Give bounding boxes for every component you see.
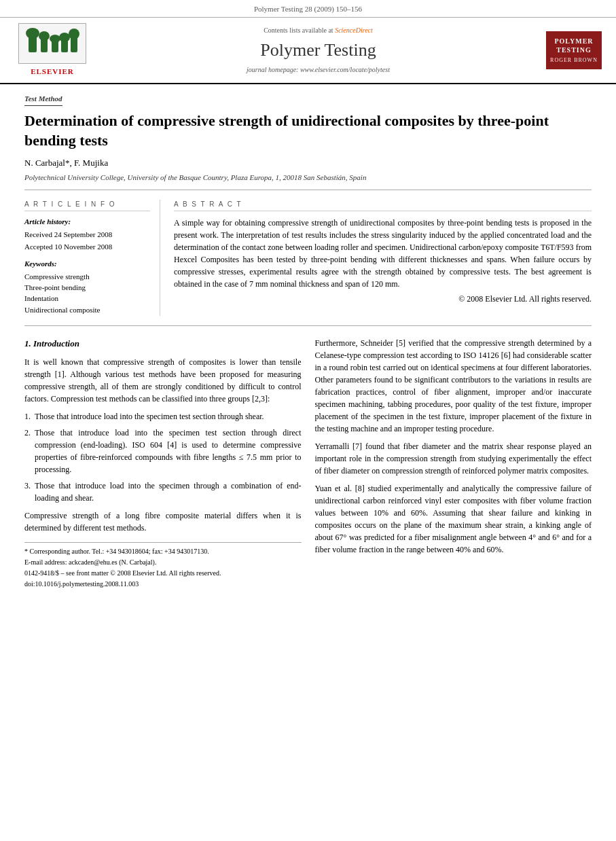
journal-homepage: journal homepage: www.elsevier.com/locat… <box>247 65 390 75</box>
section-type-label: Test Method <box>24 94 62 106</box>
numbered-list: 1. Those that introduce load into the sp… <box>24 410 302 504</box>
right-para1: Furthermore, Schneider [5] verified that… <box>315 337 592 435</box>
svg-point-5 <box>50 35 60 43</box>
list-item: 3. Those that introduce load into the sp… <box>24 480 302 504</box>
svg-point-9 <box>69 29 79 39</box>
journal-title: Polymer Testing <box>260 38 376 62</box>
badge-line2: TESTING <box>550 46 598 54</box>
list-item: 2. Those that introduce load into the sp… <box>24 427 302 476</box>
keyword-2: Three-point bending <box>24 283 150 293</box>
svg-point-1 <box>26 28 39 39</box>
abstract-copyright: © 2008 Elsevier Ltd. All rights reserved… <box>174 293 592 305</box>
footnote-doi: doi:10.1016/j.polymertesting.2008.11.003 <box>24 579 302 589</box>
intro-para2: Compressive strength of a long fibre com… <box>24 509 302 534</box>
list-item: 1. Those that introduce load into the sp… <box>24 410 302 423</box>
badge-line3: ROGER BROWN <box>550 57 598 64</box>
elsevier-logo-image <box>18 23 86 64</box>
right-para3: Yuan et al. [8] studied experimentally a… <box>315 482 592 556</box>
sciencedirect-link[interactable]: ScienceDirect <box>335 26 373 34</box>
received-date: Received 24 September 2008 <box>24 230 150 240</box>
paper-title: Determination of compressive strength of… <box>24 111 592 150</box>
svg-point-3 <box>39 31 50 41</box>
abstract-col: A B S T R A C T A simple way for obtaini… <box>174 200 592 316</box>
journal-citation-text: Polymer Testing 28 (2009) 150–156 <box>254 5 362 13</box>
list-text-2: Those that introduce load into the speci… <box>35 427 302 476</box>
journal-citation-bar: Polymer Testing 28 (2009) 150–156 <box>0 0 616 18</box>
list-text-3: Those that introduce load into the speci… <box>35 480 302 504</box>
svg-point-7 <box>59 33 70 42</box>
article-info-abstract-row: A R T I C L E I N F O Article history: R… <box>24 200 592 326</box>
list-num-2: 2. <box>24 427 31 476</box>
keyword-4: Unidirectional composite <box>24 305 150 315</box>
body-right-col: Furthermore, Schneider [5] verified that… <box>315 337 592 590</box>
right-para2: Yerramalli [7] found that fiber diameter… <box>315 440 592 477</box>
journal-header: ELSEVIER Contents lists available at Sci… <box>0 18 616 84</box>
intro-para1: It is well known that compressive streng… <box>24 356 302 405</box>
journal-badge-area: POLYMER TESTING ROGER BROWN <box>540 23 608 77</box>
elsevier-tree-svg <box>22 25 83 62</box>
journal-badge: POLYMER TESTING ROGER BROWN <box>546 31 602 69</box>
history-label: Article history: <box>24 217 150 227</box>
footnote-email: E-mail address: ackcaden@ehu.es (N. Carb… <box>24 558 302 567</box>
main-content: Test Method Determination of compressive… <box>0 84 616 598</box>
article-info-heading: A R T I C L E I N F O <box>24 200 150 211</box>
list-text-1: Those that introduce load into the speci… <box>35 410 264 423</box>
keyword-1: Compressive strength <box>24 272 150 282</box>
journal-title-area: Contents lists available at ScienceDirec… <box>103 23 533 77</box>
article-info-col: A R T I C L E I N F O Article history: R… <box>24 200 160 316</box>
keyword-3: Indentation <box>24 293 150 304</box>
section1-title: 1. Introduction <box>24 337 302 351</box>
keywords-label: Keywords: <box>24 259 150 269</box>
abstract-heading: A B S T R A C T <box>174 200 592 211</box>
list-num-3: 3. <box>24 480 31 504</box>
footnote-area: * Corresponding author. Tel.: +34 943018… <box>24 542 302 589</box>
abstract-body: A simple way for obtaining compressive s… <box>174 218 592 289</box>
publisher-logo-area: ELSEVIER <box>8 23 96 77</box>
badge-line1: POLYMER <box>550 37 598 46</box>
sciencedirect-line: Contents lists available at ScienceDirec… <box>264 26 373 35</box>
footnote-rights: 0142-9418/$ – see front matter © 2008 El… <box>24 569 302 578</box>
elsevier-name-text: ELSEVIER <box>31 67 74 77</box>
accepted-date: Accepted 10 November 2008 <box>24 242 150 252</box>
affiliation: Polytechnical University College, Univer… <box>24 173 592 190</box>
elsevier-logo: ELSEVIER <box>18 23 86 77</box>
list-num-1: 1. <box>24 410 31 423</box>
footnote-star: * Corresponding author. Tel.: +34 943018… <box>24 547 302 556</box>
body-left-col: 1. Introduction It is well known that co… <box>24 337 302 590</box>
authors: N. Carbajal*, F. Mujika <box>24 157 592 169</box>
abstract-text: A simple way for obtaining compressive s… <box>174 217 592 305</box>
body-content: 1. Introduction It is well known that co… <box>24 337 592 590</box>
